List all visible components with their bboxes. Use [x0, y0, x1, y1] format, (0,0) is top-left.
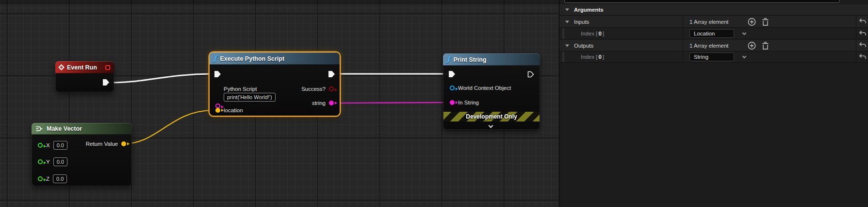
add-element-button[interactable]	[748, 41, 756, 50]
arguments-label: Arguments	[574, 7, 604, 13]
node-execute-python-script[interactable]: ƒ Execute Python Script Python Script pr…	[210, 52, 340, 116]
python-script-input[interactable]: print('Hello World!')	[224, 93, 276, 102]
collapse-triangle-icon[interactable]	[565, 44, 570, 48]
string-out-pin[interactable]	[329, 101, 334, 105]
index-label: Index [0]	[581, 54, 604, 60]
y-value-input[interactable]: 0.0	[53, 157, 67, 166]
x-pin[interactable]	[38, 143, 43, 148]
exec-in-pin[interactable]	[214, 71, 221, 77]
inputs-row: Inputs 1 Array element	[559, 16, 868, 28]
function-icon: ƒ	[213, 55, 216, 62]
delegate-pin[interactable]	[105, 65, 110, 70]
input-index-row: Index [0] Location	[559, 28, 868, 39]
in-string-label: In String	[458, 100, 479, 105]
vector-wire[interactable]	[123, 110, 213, 144]
print-string-header[interactable]: ƒ Print String	[443, 53, 540, 66]
blueprint-editor: Event Run ƒ Execute Python Script	[0, 0, 868, 207]
reset-to-default-button[interactable]	[859, 30, 867, 37]
execute-python-header[interactable]: ƒ Execute Python Script	[210, 52, 340, 65]
node-title: Print String	[453, 56, 486, 63]
z-pin[interactable]	[38, 176, 43, 181]
event-run-header[interactable]: Event Run	[55, 61, 114, 73]
output-type-dropdown[interactable]: String	[689, 52, 734, 61]
location-pin[interactable]	[215, 108, 220, 113]
z-label: Z	[46, 176, 49, 182]
world-context-pin[interactable]	[450, 86, 455, 90]
exec-out-pin[interactable]	[103, 79, 109, 86]
return-value-label: Return Value	[86, 141, 118, 147]
function-icon: ƒ	[447, 56, 450, 63]
delete-all-elements-button[interactable]	[762, 17, 769, 26]
make-struct-icon	[35, 126, 43, 132]
exec-out-pin[interactable]	[328, 71, 335, 77]
node-title: Execute Python Script	[220, 55, 284, 62]
chevron-down-icon[interactable]	[742, 54, 746, 58]
node-event-run[interactable]: Event Run	[55, 61, 114, 92]
exec-wire-eventrun-to-execute[interactable]	[108, 74, 212, 83]
outputs-label: Outputs	[574, 43, 593, 49]
world-context-label: World Context Object	[458, 85, 511, 91]
outputs-count: 1 Array element	[689, 43, 729, 49]
chevron-down-icon[interactable]	[742, 31, 746, 34]
in-string-pin[interactable]	[450, 100, 455, 105]
delete-all-elements-button[interactable]	[762, 41, 769, 50]
arguments-section-header[interactable]: Arguments	[559, 4, 868, 16]
node-title: Make Vector	[47, 125, 82, 132]
event-icon	[58, 64, 65, 70]
reset-to-default-button[interactable]	[859, 18, 867, 25]
node-title: Event Run	[67, 64, 97, 71]
python-script-label: Python Script	[224, 86, 276, 92]
reset-to-default-button[interactable]	[859, 42, 867, 49]
node-expand-chevron-icon[interactable]	[489, 123, 493, 128]
add-element-button[interactable]	[748, 17, 756, 26]
success-pin[interactable]	[329, 86, 334, 91]
index-label: Index [0]	[581, 31, 604, 36]
success-label: Success?	[301, 86, 326, 92]
outputs-row: Outputs 1 Array element	[559, 40, 868, 52]
make-vector-header[interactable]: Make Vector	[32, 123, 132, 135]
return-value-pin[interactable]	[121, 141, 126, 146]
collapse-triangle-icon[interactable]	[565, 20, 570, 24]
banner-label: Development Only	[466, 113, 517, 120]
x-label: X	[46, 142, 50, 148]
collapse-triangle-icon[interactable]	[565, 8, 570, 12]
inputs-count: 1 Array element	[689, 19, 729, 25]
indent-guide	[562, 52, 564, 62]
clipped-field-above[interactable]	[564, 0, 840, 3]
y-label: Y	[46, 159, 50, 165]
details-panel: Arguments Inputs 1 Array element	[559, 0, 868, 207]
inputs-label: Inputs	[574, 19, 589, 25]
location-label: location	[224, 107, 243, 113]
z-value-input[interactable]: 0.0	[53, 174, 67, 183]
string-wire[interactable]	[337, 103, 448, 103]
string-out-label: string	[312, 100, 326, 106]
x-value-input[interactable]: 0.0	[53, 141, 67, 150]
node-make-vector[interactable]: Make Vector X 0.0 Return Value Y 0.0 Z 0…	[32, 123, 132, 186]
exec-in-pin[interactable]	[449, 71, 455, 77]
y-pin[interactable]	[38, 159, 43, 164]
node-print-string[interactable]: ƒ Print String World Context Object In S…	[443, 53, 540, 130]
exec-out-pin[interactable]	[527, 71, 534, 78]
reset-to-default-button[interactable]	[859, 53, 867, 61]
development-only-banner: Development Only	[443, 112, 540, 121]
blueprint-graph[interactable]: Event Run ƒ Execute Python Script	[0, 0, 559, 207]
indent-guide	[562, 28, 564, 39]
output-index-row: Index [0] String	[559, 52, 868, 63]
input-type-dropdown[interactable]: Location	[689, 29, 734, 38]
